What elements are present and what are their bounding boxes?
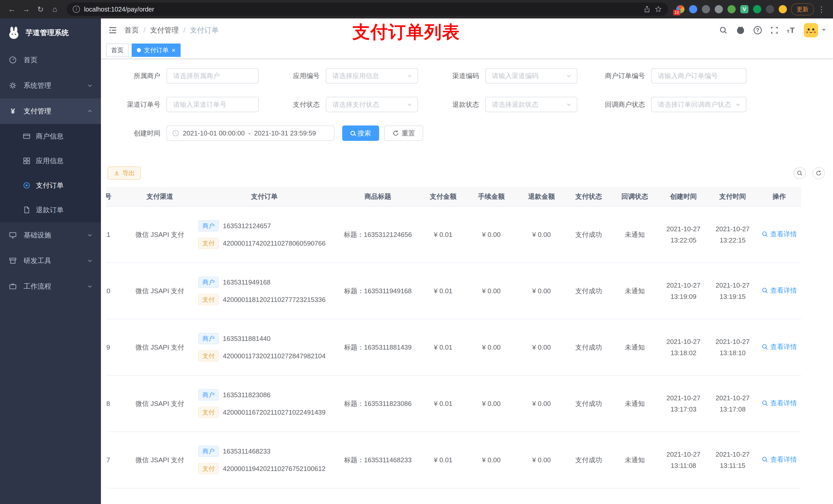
navbar-actions: ? тT	[719, 23, 826, 38]
extension-icon[interactable]: 10	[676, 5, 685, 13]
browser-menu-icon[interactable]: ⋮	[815, 5, 828, 14]
refund-amount: ¥ 0.00	[516, 432, 567, 488]
pay-time: 2021-10-2713:17:08	[708, 376, 757, 432]
sidebar-item-system[interactable]: 系统管理	[0, 73, 101, 98]
refresh-table-button[interactable]	[812, 167, 825, 179]
pay-status-select[interactable]: 请选择支付状态	[326, 97, 418, 112]
search-icon[interactable]	[719, 26, 728, 34]
breadcrumb-home[interactable]: 首页	[124, 25, 139, 35]
emoji-extension-icon[interactable]	[779, 5, 787, 13]
help-icon[interactable]: ?	[754, 26, 762, 34]
notify-status: 未通知	[611, 207, 659, 263]
pay-channel	[126, 488, 193, 504]
pay-status: 支付成功	[567, 263, 611, 319]
font-size-icon[interactable]: тT	[787, 26, 794, 34]
extension-icon[interactable]	[728, 5, 736, 13]
date-range-separator: -	[248, 129, 251, 137]
url-text[interactable]: localhost:1024/pay/order	[84, 6, 154, 13]
sidebar-item-label: 研发工具	[24, 256, 51, 265]
column-header: 退款金额	[516, 187, 567, 207]
breadcrumb-pay-management[interactable]: 支付管理	[150, 25, 179, 35]
info-icon[interactable]: i	[73, 6, 80, 13]
main-area: 首页 / 支付管理 / 支付订单 支付订单列表 ?	[101, 19, 833, 504]
fee-amount: ¥ 0.00	[466, 319, 516, 376]
vue-devtools-icon[interactable]: V	[740, 5, 748, 13]
sidebar-item-label: 系统管理	[24, 81, 51, 90]
channel-code-select[interactable]: 请输入渠道编码	[485, 68, 577, 83]
merchant-order-no-input[interactable]	[651, 68, 746, 83]
notify-status: 未通知	[611, 376, 659, 432]
fee-amount: ¥ 0.00	[466, 263, 516, 319]
gear-icon	[8, 81, 18, 90]
breadcrumb: 首页 / 支付管理 / 支付订单	[124, 25, 219, 35]
create-time: 2021-10-2713:18:02	[659, 319, 708, 376]
sidebar-item-pay-order[interactable]: 支付订单	[0, 173, 101, 198]
view-detail-link[interactable]: 查看详情	[762, 341, 797, 352]
notify-status-select[interactable]: 请选择订单回调商户状态	[651, 97, 746, 112]
sidebar-item-app-info[interactable]: 应用信息	[0, 148, 101, 173]
chevron-down-icon	[87, 83, 93, 88]
extension-icon[interactable]	[689, 5, 697, 13]
filter-row-2: 渠道订单号 支付状态 请选择支付状态 退款状态 请选择退款状态	[108, 97, 833, 112]
sidebar-item-merchant-info[interactable]: 商户信息	[0, 124, 101, 148]
filter-label: 渠道订单号	[108, 100, 166, 109]
sidebar-item-refund-order[interactable]: 退款订单	[0, 198, 101, 222]
bookmark-star-icon[interactable]	[655, 6, 662, 13]
browser-update-button[interactable]: 更新	[791, 3, 814, 15]
pay-time: 2021-10-2713:19:15	[708, 263, 757, 319]
view-detail-link[interactable]: 查看详情	[762, 398, 797, 409]
column-header: 支付金额	[420, 187, 466, 207]
pin-extension-icon[interactable]	[766, 5, 774, 13]
sidebar-item-infrastructure[interactable]: 基础设施	[0, 222, 101, 248]
fullscreen-icon[interactable]	[770, 26, 778, 34]
briefcase-icon	[8, 282, 18, 290]
extensions-area: 10 V	[673, 5, 790, 13]
back-icon[interactable]: ←	[5, 3, 19, 16]
pay-time: 2021-10-2713:18:10	[708, 319, 757, 376]
home-icon[interactable]: ⌂	[48, 3, 62, 16]
sidebar-item-payment[interactable]: ¥ 支付管理	[0, 98, 101, 124]
channel-order-no-input[interactable]	[166, 97, 259, 112]
create-time: 2021-10-2713:17:03	[659, 376, 708, 432]
goods-title: 标题：1635311468233	[336, 432, 420, 488]
search-button[interactable]: 搜索	[342, 125, 379, 141]
extension-icon[interactable]	[715, 5, 723, 13]
merchant-filter-input[interactable]	[166, 68, 259, 83]
order-id: 120	[106, 263, 126, 319]
goods-title	[336, 488, 420, 504]
filter-label: 应用编号	[277, 71, 326, 80]
extension-icon[interactable]	[753, 5, 761, 13]
export-button[interactable]: 导出	[108, 166, 141, 180]
sidebar-item-devtools[interactable]: 研发工具	[0, 248, 101, 273]
view-detail-link[interactable]: 查看详情	[762, 229, 797, 240]
user-avatar[interactable]	[803, 23, 826, 38]
close-icon[interactable]: ×	[172, 47, 175, 53]
merchant-tag: 商户	[198, 277, 219, 288]
view-detail-link[interactable]: 查看详情	[762, 454, 797, 465]
tab-home[interactable]: 首页	[106, 44, 128, 57]
reset-button[interactable]: 重置	[384, 125, 423, 141]
toggle-search-button[interactable]	[793, 167, 806, 179]
notify-status: 未通知	[611, 263, 659, 319]
date-range-end: 2021-10-31 23:59:59	[254, 129, 316, 137]
chevron-down-icon	[407, 102, 412, 107]
app-no-select[interactable]: 请选择应用信息	[326, 68, 418, 83]
reload-icon[interactable]: ↻	[34, 3, 47, 16]
sidebar-item-workflow[interactable]: 工作流程	[0, 273, 101, 299]
extension-icon[interactable]	[702, 5, 710, 13]
create-time	[659, 488, 708, 504]
forward-icon[interactable]: →	[20, 3, 33, 16]
sidebar-item-home[interactable]: 首页	[0, 47, 101, 73]
refund-status-select[interactable]: 请选择退款状态	[485, 97, 577, 112]
address-bar[interactable]: i localhost:1024/pay/order	[67, 3, 668, 16]
table-header-row: 编号支付渠道支付订单商品标题支付金额手续金额退款金额支付状态回调状态创建时间支付…	[106, 187, 801, 207]
monitor-icon	[8, 231, 18, 239]
create-time-range-picker[interactable]: 2021-10-01 00:00:00 - 2021-10-31 23:59:5…	[166, 125, 335, 141]
tab-pay-order[interactable]: 支付订单 ×	[132, 44, 181, 57]
create-time: 2021-10-2713:22:05	[659, 207, 708, 263]
hamburger-icon[interactable]	[108, 26, 117, 35]
view-detail-link[interactable]: 查看详情	[762, 285, 797, 296]
share-icon[interactable]	[643, 6, 651, 13]
github-icon[interactable]	[736, 26, 745, 34]
pay-order-cell: 商户1635311949168支付42000011812021102777232…	[193, 263, 336, 319]
